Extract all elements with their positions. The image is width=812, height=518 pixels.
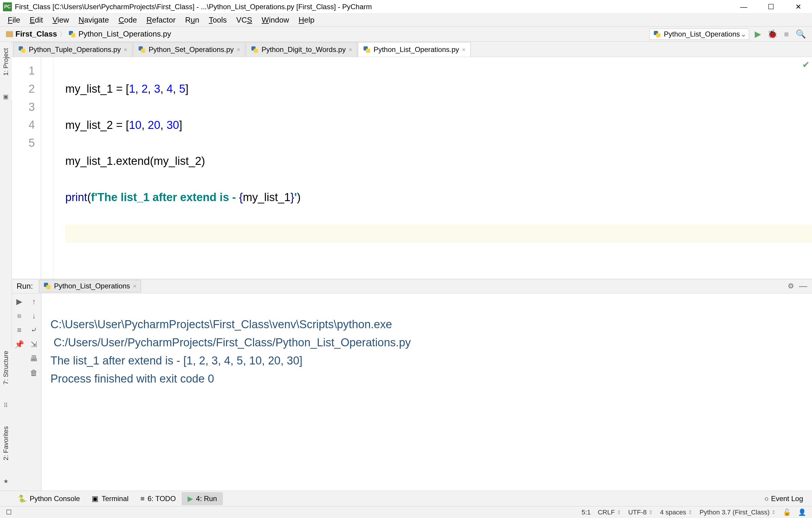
layout-icon[interactable]: ≡ [14, 325, 25, 336]
close-icon[interactable]: × [133, 283, 137, 290]
menu-refactor[interactable]: Refactor [142, 16, 180, 25]
menu-window[interactable]: Window [257, 16, 294, 25]
run-label: Run: [17, 281, 33, 291]
status-icon[interactable]: ☐ [6, 509, 12, 516]
bottom-tab-todo[interactable]: ≡ 6: TODO [135, 492, 182, 505]
titlebar: PC First_Class [C:\Users\User\PycharmPro… [0, 0, 812, 13]
trash-icon[interactable]: 🗑 [28, 368, 39, 378]
structure-icon: ⠿ [4, 402, 8, 409]
breadcrumb-project[interactable]: First_Class [16, 29, 57, 38]
run-config-selector[interactable]: Python_List_Operations [649, 28, 749, 40]
bottom-tab-terminal[interactable]: ▣ Terminal [86, 492, 135, 505]
window-title: First_Class [C:\Users\User\PycharmProjec… [15, 3, 730, 11]
cursor-position[interactable]: 5:1 [582, 509, 591, 516]
up-icon[interactable]: ↑ [28, 296, 39, 307]
search-button[interactable]: 🔍 [795, 29, 806, 39]
close-icon[interactable]: × [462, 46, 466, 53]
sidebar-collapse-icon[interactable]: ▣ [3, 93, 9, 100]
close-icon[interactable]: × [237, 46, 240, 53]
nav-toolbar: First_Class 〉 Python_List_Operations.py … [0, 27, 812, 42]
editor-tab-digit[interactable]: Python_Digit_to_Words.py × [246, 42, 357, 57]
todo-icon: ≡ [140, 494, 145, 503]
terminal-icon: ▣ [92, 494, 98, 503]
python-file-icon [363, 46, 371, 53]
star-icon: ★ [3, 478, 9, 485]
menu-tools[interactable]: Tools [204, 16, 231, 25]
inspection-ok-icon[interactable]: ✔ [802, 59, 810, 70]
editor[interactable]: 1 2 3 4 5 my_list_1 = [1, 2, 3, 4, 5] my… [12, 57, 812, 279]
editor-tab-tuple[interactable]: Python_Tuple_Operations.py × [13, 42, 133, 57]
tab-label: Python_List_Operations.py [374, 46, 459, 54]
python-file-icon [251, 46, 259, 53]
python-file-icon [18, 46, 26, 53]
menu-code[interactable]: Code [114, 16, 142, 25]
statusbar: ☐ 5:1 CRLF⇕ UTF-8⇕ 4 spaces⇕ Python 3.7 … [0, 506, 812, 518]
close-icon[interactable]: × [349, 46, 352, 53]
stop-run-button[interactable]: ■ [14, 311, 25, 321]
python-icon [43, 282, 51, 290]
sidebar-project-tab[interactable]: 1: Project [2, 46, 10, 78]
run-tab[interactable]: Python_List_Operations × [39, 280, 141, 292]
python-icon [653, 30, 661, 38]
run-button[interactable]: ▶ [753, 29, 763, 39]
breadcrumb-sep: 〉 [59, 30, 66, 38]
indent[interactable]: 4 spaces⇕ [660, 509, 692, 516]
debug-button[interactable]: 🐞 [767, 29, 778, 39]
line-separator[interactable]: CRLF⇕ [598, 509, 621, 516]
event-log-button[interactable]: ○ Event Log [764, 494, 812, 503]
lock-icon[interactable]: 🔓 [783, 509, 791, 516]
menubar: File Edit View Navigate Code Refactor Ru… [0, 13, 812, 27]
left-sidebar: 1: Project ▣ 7: Structure ⠿ 2: Favorites… [0, 42, 12, 491]
breadcrumb: First_Class 〉 Python_List_Operations.py [0, 29, 649, 38]
bottom-tool-tabs: 🐍 Python Console ▣ Terminal ≡ 6: TODO ▶ … [0, 491, 812, 506]
menu-run[interactable]: Run [180, 16, 204, 25]
menu-edit[interactable]: Edit [25, 16, 48, 25]
close-icon[interactable]: × [124, 46, 127, 53]
editor-tab-set[interactable]: Python_Set_Operations.py × [133, 42, 245, 57]
pycharm-icon: PC [3, 2, 12, 11]
console-output[interactable]: C:\Users\User\PycharmProjects\First_Clas… [41, 294, 812, 491]
bottom-tab-run[interactable]: ▶ 4: Run [182, 492, 223, 505]
rerun-button[interactable]: ▶ [14, 296, 25, 307]
menu-view[interactable]: View [48, 16, 74, 25]
minimize-button[interactable]: — [730, 0, 757, 13]
code-area[interactable]: my_list_1 = [1, 2, 3, 4, 5] my_list_2 = … [53, 57, 812, 279]
run-toolbar: ▶ ■ ≡ 📌 ↑ ↓ ⤶ ⇲ 🖶 🗑 [12, 294, 41, 491]
folder-icon [6, 31, 13, 37]
settings-icon[interactable]: ⚙ [788, 282, 794, 290]
menu-file[interactable]: File [3, 16, 25, 25]
close-button[interactable]: ✕ [785, 0, 812, 13]
down-icon[interactable]: ↓ [28, 311, 39, 321]
interpreter[interactable]: Python 3.7 (First_Class)⇕ [699, 509, 776, 516]
hide-panel-icon[interactable]: — [799, 281, 807, 291]
run-panel: Run: Python_List_Operations × ⚙ — ▶ ■ [12, 279, 812, 491]
inspector-icon[interactable]: 👤 [798, 509, 806, 516]
editor-tab-list[interactable]: Python_List_Operations.py × [358, 42, 471, 57]
maximize-button[interactable]: ☐ [757, 0, 785, 13]
python-file-icon [68, 30, 76, 38]
event-log-icon: ○ [764, 494, 769, 503]
encoding[interactable]: UTF-8⇕ [628, 509, 653, 516]
sidebar-structure-tab[interactable]: 7: Structure [2, 348, 10, 387]
bottom-tab-python-console[interactable]: 🐍 Python Console [12, 492, 86, 505]
stop-button[interactable]: ■ [781, 29, 792, 39]
wrap-icon[interactable]: ⤶ [28, 325, 39, 336]
scroll-icon[interactable]: ⇲ [28, 339, 39, 350]
pin-icon[interactable]: 📌 [14, 339, 25, 350]
line-numbers: 1 2 3 4 5 [12, 57, 41, 279]
menu-navigate[interactable]: Navigate [74, 16, 114, 25]
print-icon[interactable]: 🖶 [28, 353, 39, 364]
editor-tabs: Python_Tuple_Operations.py × Python_Set_… [12, 42, 812, 57]
tab-label: Python_Set_Operations.py [149, 46, 234, 54]
python-console-icon: 🐍 [18, 494, 27, 503]
menu-help[interactable]: Help [294, 16, 319, 25]
run-tab-name: Python_List_Operations [54, 282, 130, 290]
menu-vcs[interactable]: VCS [231, 16, 257, 25]
sidebar-favorites-tab[interactable]: 2: Favorites [2, 424, 10, 463]
run-icon: ▶ [187, 494, 193, 503]
tab-label: Python_Digit_to_Words.py [261, 46, 346, 54]
breadcrumb-file[interactable]: Python_List_Operations.py [78, 29, 171, 38]
tab-label: Python_Tuple_Operations.py [29, 46, 121, 54]
python-file-icon [138, 46, 146, 53]
run-config-name: Python_List_Operations [664, 30, 740, 38]
